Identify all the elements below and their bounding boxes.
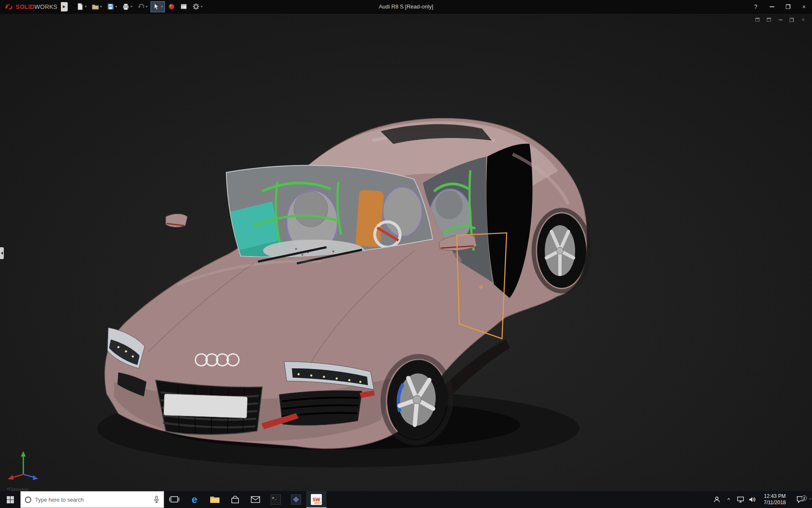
appearance-sphere-icon (168, 3, 175, 10)
new-document-button[interactable]: ▾ (74, 1, 89, 12)
people-button[interactable] (711, 491, 723, 508)
minimize-icon (770, 6, 774, 7)
app-tile-button[interactable] (286, 491, 306, 508)
undo-arrow-icon (137, 3, 145, 10)
restore-button[interactable] (780, 0, 796, 13)
passenger-seat (383, 187, 422, 236)
edge-button[interactable]: e (184, 491, 205, 508)
select-tool-button[interactable]: ▾ (151, 1, 165, 12)
restore-icon (790, 18, 794, 22)
window-pane-icon (755, 18, 760, 22)
store-button[interactable] (225, 491, 245, 508)
notification-badge: 2 (801, 495, 807, 501)
clock-date: 7/11/2018 (758, 500, 791, 506)
windows-logo-icon (7, 496, 14, 503)
network-button[interactable] (735, 491, 746, 508)
menu-flyout-arrow[interactable]: ▶ (61, 2, 68, 11)
document-window-controls: × (754, 17, 807, 23)
help-button[interactable]: ? (748, 0, 764, 13)
close-button[interactable]: × (796, 0, 812, 13)
hidden-icons-button[interactable]: ^ (723, 491, 735, 508)
dropdown-chevron-icon: ▾ (115, 5, 117, 8)
taskbar-search (20, 491, 164, 508)
left-mirror (166, 214, 187, 227)
graphics-viewport[interactable]: × (0, 14, 812, 491)
doc-pane-button[interactable] (754, 17, 761, 23)
dropdown-chevron-icon: ▾ (100, 5, 102, 8)
app-tile-icon (291, 494, 301, 505)
volume-icon (749, 496, 756, 503)
dropdown-chevron-icon: ▾ (85, 5, 87, 8)
microphone-icon (154, 496, 159, 503)
network-icon (737, 496, 744, 503)
cortana-icon (25, 497, 31, 503)
new-document-icon (77, 3, 84, 10)
car-3d-model[interactable] (0, 14, 812, 491)
dropdown-chevron-icon: ▾ (161, 5, 163, 8)
help-icon: ? (754, 3, 757, 10)
flyout-arrow-icon: ▶ (63, 5, 66, 8)
quick-access-toolbar: ▾ ▾ ▾ ▾ ▾ ▾ (74, 1, 205, 12)
save-button[interactable]: ▾ (105, 1, 119, 12)
chevron-up-icon: ^ (727, 497, 730, 503)
console-button[interactable]: >_ (266, 491, 286, 508)
action-center-button[interactable]: 2 (791, 496, 809, 503)
system-tray: ^ 12:43 PM 7/11/2018 2 (711, 491, 812, 508)
undo-button[interactable]: ▾ (135, 1, 150, 12)
select-cursor-icon (153, 3, 160, 10)
options-button[interactable]: ▾ (190, 1, 205, 12)
restore-icon (786, 4, 790, 9)
document-title: Audi R8 S [Read-only] (379, 3, 433, 10)
brand-text: SOLIDWORKS (16, 3, 58, 10)
file-explorer-button[interactable] (205, 491, 225, 508)
window-controls: ? × (748, 0, 812, 13)
orientation-triad (7, 448, 44, 481)
printer-icon (122, 3, 129, 10)
solidworks-app-icon: SW 2017 (311, 494, 322, 505)
minimize-icon (779, 19, 782, 20)
search-input[interactable] (35, 497, 150, 503)
mail-icon (251, 496, 260, 503)
close-icon: × (801, 17, 804, 23)
console-icon: >_ (271, 494, 281, 505)
open-button[interactable]: ▾ (90, 1, 104, 12)
task-view-button[interactable] (164, 491, 184, 508)
doc-minimize-button[interactable] (776, 17, 784, 23)
doc-close-button[interactable]: × (799, 17, 807, 23)
people-icon (713, 496, 720, 503)
license-plate (164, 394, 247, 418)
start-button[interactable] (0, 491, 20, 508)
options-gear-icon (192, 3, 200, 10)
drawing-sheet-icon (180, 3, 187, 10)
collapse-arrow-icon (1, 251, 3, 255)
edge-icon: e (192, 494, 197, 505)
print-button[interactable]: ▾ (120, 1, 134, 12)
doc-restore-button[interactable] (788, 17, 796, 23)
doc-pane-button-2[interactable] (765, 17, 773, 23)
microphone-button[interactable] (154, 496, 159, 503)
show-desktop-button[interactable] (809, 499, 812, 500)
mail-button[interactable] (245, 491, 266, 508)
task-view-icon (169, 496, 179, 503)
solidworks-window: SOLIDWORKS ▶ ▾ ▾ ▾ ▾ ▾ (0, 0, 812, 508)
featuremanager-collapse-handle[interactable] (0, 247, 4, 259)
save-floppy-icon (107, 3, 114, 10)
ds-logo-icon (4, 3, 14, 10)
dropdown-chevron-icon: ▾ (201, 5, 203, 8)
open-folder-icon (92, 3, 99, 10)
dropdown-chevron-icon: ▾ (131, 5, 132, 8)
center-console (355, 190, 384, 247)
windows-taskbar: e >_ SW 2017 ^ (0, 491, 812, 508)
rear-wheel (534, 210, 590, 291)
close-icon: × (802, 3, 806, 10)
store-icon (230, 495, 240, 504)
window-pane-icon (767, 18, 771, 22)
solidworks-logo: SOLIDWORKS (0, 3, 60, 10)
view-orientation-label: *Dimetric (7, 487, 29, 491)
solidworks-taskbar-button[interactable]: SW 2017 (306, 491, 326, 508)
volume-button[interactable] (746, 491, 758, 508)
taskbar-clock[interactable]: 12:43 PM 7/11/2018 (758, 493, 791, 506)
appearance-button[interactable] (166, 1, 177, 12)
drawing-sheet-button[interactable] (178, 1, 189, 12)
minimize-button[interactable] (764, 0, 780, 13)
